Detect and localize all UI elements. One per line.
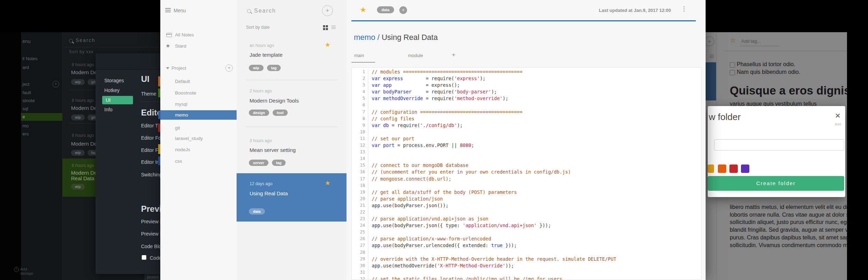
line-number: 11 (352, 135, 368, 142)
code-editor[interactable]: 1// modules ============================… (351, 67, 701, 280)
note-tag[interactable]: wip (71, 150, 85, 156)
code-text (368, 182, 372, 189)
sidebar-item[interactable]: ject (22, 82, 29, 87)
color-swatch[interactable] (741, 164, 749, 173)
settings-item[interactable]: Preview F (141, 219, 163, 224)
sort-label[interactable]: Sort by date (246, 25, 270, 30)
star-icon[interactable]: ☆ (730, 36, 736, 44)
line-number: 22 (352, 209, 368, 216)
add-folder-button[interactable]: + (225, 64, 233, 72)
sidebar-item[interactable]: enu (22, 38, 30, 44)
sort-label[interactable]: Sort by xxx (69, 49, 93, 54)
star-icon: ★ (325, 41, 330, 49)
code-text: // get all data/stuff of the body (POST)… (368, 189, 517, 196)
sidebar-item-all-notes[interactable]: All Notes (175, 32, 194, 37)
code-text: // modules =============================… (368, 69, 523, 75)
add-tag-input[interactable]: Add tag... (741, 38, 761, 44)
add-folder-button[interactable]: + (52, 81, 59, 88)
note-tag[interactable]: tag (272, 160, 286, 166)
search-input[interactable]: Search (254, 8, 276, 14)
sidebar-item[interactable]: ll Notes (22, 56, 37, 61)
checkbox[interactable] (142, 255, 146, 260)
list-view-icon[interactable] (710, 55, 714, 55)
search-input[interactable]: Search (76, 37, 95, 43)
selected-note-strip[interactable] (706, 62, 716, 100)
chevron-down-icon[interactable] (166, 67, 169, 69)
line-number: 6 (352, 102, 368, 108)
note-tag[interactable]: tool (273, 110, 288, 116)
sidebar-folder[interactable]: nodeJs (175, 147, 190, 152)
note-tag[interactable]: tag (267, 65, 281, 71)
menu-label[interactable]: Menu (174, 8, 186, 13)
syntax-mode-badge[interactable]: javascri (144, 274, 160, 280)
settings-item[interactable]: Theme (141, 91, 156, 97)
hamburger-icon[interactable] (165, 8, 171, 9)
note-tag[interactable]: data (377, 6, 394, 13)
grid-view-icon[interactable] (323, 25, 325, 27)
dialog-title: w folder (709, 112, 741, 122)
sidebar-folder[interactable]: Default (175, 79, 190, 84)
tab-module[interactable]: module (408, 53, 423, 58)
sidebar-folder[interactable]: git (175, 125, 180, 131)
project-label[interactable]: Project (172, 65, 186, 71)
note-tag[interactable]: data (249, 208, 265, 215)
divider (245, 127, 338, 127)
todo-checkbox[interactable] (730, 62, 735, 68)
settings-tab[interactable]: Info (104, 107, 112, 112)
sidebar-item[interactable]: ers (22, 131, 29, 136)
code-text: // (uncomment after you enter in your ow… (368, 169, 571, 175)
note-tag[interactable]: server (249, 160, 268, 166)
note-tag[interactable]: wip (71, 184, 85, 190)
line-number: 17 (352, 176, 368, 182)
new-note-button[interactable]: + (322, 5, 333, 16)
sidebar-item[interactable]: mo (22, 123, 29, 128)
note-title[interactable]: Real Data (71, 175, 94, 181)
selected-folder-row[interactable]: e (21, 113, 62, 121)
sidebar-folder-selected[interactable]: memo (160, 110, 237, 120)
note-list: Search + Sort by date an hours ago★Jade … (237, 0, 347, 280)
more-menu-icon[interactable] (684, 6, 685, 7)
create-folder-button[interactable]: Create folder (708, 176, 844, 191)
star-icon[interactable]: ★ (360, 6, 366, 14)
code-text: var port = process.env.PORT || 8080; (368, 142, 474, 149)
settings-tab-active[interactable]: UI (102, 96, 133, 104)
color-swatch[interactable] (718, 164, 726, 173)
note-tag[interactable]: design (249, 110, 269, 116)
list-view-icon[interactable] (331, 26, 336, 26)
todo-item: Phasellus id tortor odio. (737, 61, 795, 68)
new-tab-button[interactable]: + (452, 51, 455, 58)
settings-item[interactable]: Code (150, 255, 161, 261)
settings-tab[interactable]: Hotkey (104, 88, 120, 93)
color-swatch[interactable] (708, 164, 714, 173)
add-storage-label[interactable]: Add storage (20, 267, 33, 275)
color-swatch[interactable] (729, 164, 738, 173)
sidebar-item-starred[interactable]: Stard (175, 43, 186, 49)
sidebar-item[interactable]: ard (22, 65, 29, 70)
sidebar-item[interactable]: fault (22, 90, 31, 95)
settings-item[interactable]: Code Blo (141, 244, 161, 249)
sidebar-folder[interactable]: laravel_study (175, 136, 203, 141)
sidebar-folder[interactable]: css (175, 159, 182, 164)
settings-item[interactable]: Switching (141, 172, 162, 177)
tab-main[interactable]: main (354, 53, 364, 58)
note-tag[interactable]: wip (249, 65, 264, 71)
folder-label: memo (175, 112, 188, 118)
code-line: 6 (352, 102, 701, 108)
sidebar-folder[interactable]: mysql (175, 102, 187, 107)
folder-name-input[interactable] (714, 139, 844, 150)
note-tag[interactable]: wip (71, 79, 85, 85)
note-tag[interactable]: wip (71, 114, 85, 120)
sidebar-item[interactable]: stnote (22, 98, 35, 103)
sidebar-folder[interactable]: Boostnote (175, 90, 196, 96)
line-number: 29 (352, 256, 368, 262)
add-tag-button[interactable]: + (399, 6, 407, 14)
sidebar-item[interactable]: sql (22, 106, 28, 111)
note-tags: servertag (249, 160, 286, 166)
new-note-button[interactable]: + (706, 36, 714, 46)
note-list-item-selected[interactable]: 12 days ago★Using Real Datadata (237, 173, 346, 222)
settings-tab[interactable]: Storages (104, 78, 124, 83)
todo-checkbox[interactable] (730, 70, 735, 75)
settings-item[interactable]: Preview F (141, 231, 163, 237)
breadcrumb-folder[interactable]: memo (354, 33, 375, 42)
close-icon[interactable]: × (835, 110, 840, 121)
